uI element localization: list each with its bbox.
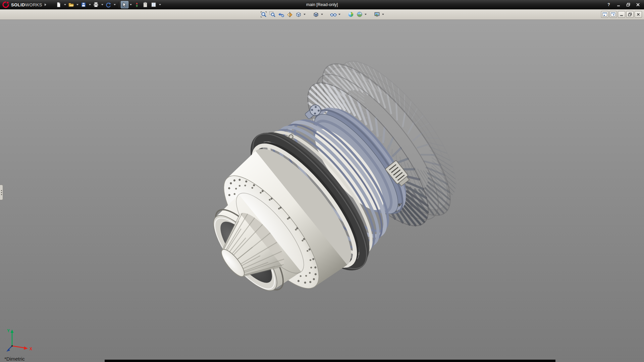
save-button[interactable] <box>80 1 88 8</box>
apply-scene-button[interactable] <box>356 10 364 18</box>
dropdown-caret-icon[interactable] <box>89 4 91 5</box>
brand-text: SOLIDWORKS <box>11 2 42 7</box>
minimize-document-button[interactable] <box>618 11 625 18</box>
options-sheet-icon <box>151 2 157 8</box>
close-icon <box>636 12 640 16</box>
headsup-row <box>0 9 644 20</box>
save-floppy-icon <box>80 2 87 8</box>
rebuild-button[interactable] <box>133 1 141 8</box>
restore-button[interactable] <box>624 2 633 8</box>
cascade-window-icon <box>610 12 616 17</box>
tile-window-icon <box>602 12 607 17</box>
engine-assembly[interactable] <box>170 39 480 340</box>
view-orientation-cube-icon <box>295 11 302 18</box>
restore-document-button[interactable] <box>626 11 634 18</box>
clipboard-icon <box>142 2 148 8</box>
panel-collapse-handle[interactable] <box>0 185 3 200</box>
dropdown-caret-icon[interactable] <box>321 14 323 15</box>
minimize-button[interactable] <box>614 2 623 8</box>
dropdown-caret-icon[interactable] <box>64 4 66 5</box>
view-orientation-button[interactable] <box>294 10 303 18</box>
dropdown-caret-icon[interactable] <box>76 4 78 5</box>
edit-appearance-button[interactable] <box>347 10 355 18</box>
print-button[interactable] <box>92 1 100 8</box>
toolbar-separator <box>118 2 119 8</box>
jet-engine-model[interactable] <box>0 20 644 362</box>
triad-y-label: Y <box>7 328 10 333</box>
dropdown-caret-icon[interactable] <box>101 4 103 5</box>
select-tool-button[interactable] <box>121 1 128 8</box>
file-properties-button[interactable] <box>142 1 149 8</box>
open-button[interactable] <box>67 1 75 8</box>
view-settings-button[interactable] <box>373 10 381 18</box>
close-icon <box>636 3 640 7</box>
cascade-window-button[interactable] <box>609 11 617 18</box>
dropdown-caret-icon[interactable] <box>338 14 340 15</box>
rebuild-stoplight-icon <box>134 2 140 8</box>
options-button[interactable] <box>150 1 158 8</box>
brand-expand-icon[interactable] <box>45 3 46 6</box>
select-cursor-icon <box>121 2 127 8</box>
dropdown-caret-icon[interactable] <box>130 4 132 5</box>
taskbar-strip <box>105 360 555 362</box>
zoom-to-fit-button[interactable] <box>260 10 268 18</box>
section-view-icon <box>286 11 293 18</box>
appearance-sphere-icon <box>347 11 354 18</box>
tile-window-button[interactable] <box>601 11 608 18</box>
restore-icon <box>628 12 632 16</box>
minimize-icon <box>620 12 624 16</box>
view-settings-icon <box>374 11 380 18</box>
solidworks-logo: SOLIDWORKS <box>0 1 49 8</box>
display-style-button[interactable] <box>312 10 320 18</box>
dropdown-caret-icon[interactable] <box>382 14 384 15</box>
undo-arrow-icon <box>105 2 111 8</box>
restore-icon <box>626 3 630 7</box>
scene-sphere-icon <box>356 11 363 18</box>
dropdown-caret-icon[interactable] <box>365 14 367 15</box>
hide-show-glasses-icon <box>330 11 337 18</box>
dropdown-caret-icon[interactable] <box>159 4 161 5</box>
undo-button[interactable] <box>105 1 112 8</box>
display-style-icon <box>313 11 319 18</box>
zoom-to-area-icon <box>269 11 276 18</box>
main-toolbar <box>55 1 162 8</box>
new-document-button[interactable] <box>55 1 63 8</box>
graphics-area[interactable]: Y X *Dimetric <box>0 20 644 362</box>
close-button[interactable] <box>634 2 642 8</box>
titlebar: SOLIDWORKS <box>0 0 644 9</box>
section-view-button[interactable] <box>286 10 294 18</box>
hide-show-items-button[interactable] <box>329 10 337 18</box>
open-folder-icon <box>68 2 74 8</box>
dropdown-caret-icon[interactable] <box>114 4 116 5</box>
previous-view-button[interactable] <box>277 10 285 18</box>
zoom-to-area-button[interactable] <box>268 10 276 18</box>
solidworks-window: SOLIDWORKS <box>0 0 644 362</box>
triad-x-label: X <box>30 347 32 351</box>
window-controls: ? <box>604 2 644 8</box>
headsup-toolbar <box>260 10 384 18</box>
printer-icon <box>93 2 99 8</box>
minimize-icon <box>616 3 621 7</box>
mdi-window-controls <box>601 9 642 19</box>
previous-view-icon <box>278 11 284 18</box>
dropdown-caret-icon[interactable] <box>304 14 306 15</box>
reference-triad: Y X <box>4 326 35 354</box>
new-document-icon <box>56 2 62 8</box>
help-button[interactable]: ? <box>604 2 613 8</box>
view-orientation-label: *Dimetric <box>4 356 25 362</box>
3ds-logo-icon <box>2 1 9 8</box>
close-document-button[interactable] <box>635 11 642 18</box>
zoom-to-fit-icon <box>260 11 267 18</box>
document-title: main [Read-only] <box>306 2 338 7</box>
